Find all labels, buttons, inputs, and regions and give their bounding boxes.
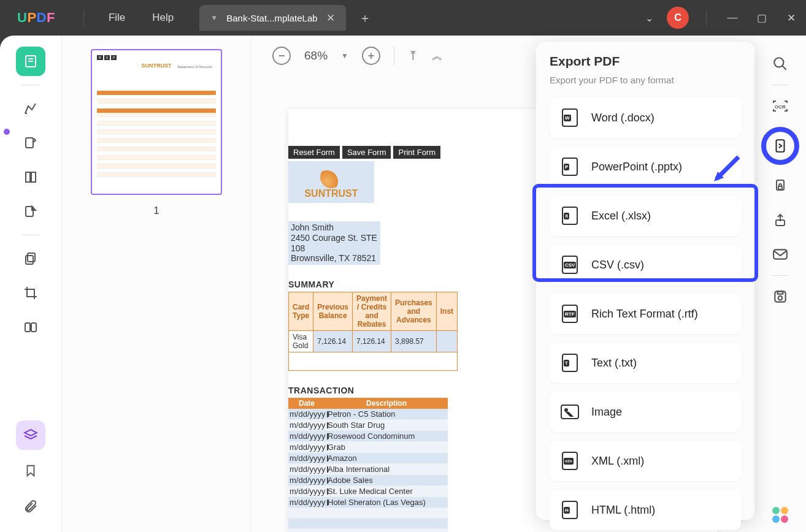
- share-icon[interactable]: [767, 207, 794, 234]
- export-option-label: Word (.docx): [591, 112, 654, 124]
- svg-rect-10: [31, 323, 36, 332]
- transaction-row: m/dd/yyyyAlba International: [288, 464, 448, 475]
- divider: [394, 47, 394, 65]
- export-pdf-icon[interactable]: [761, 127, 799, 165]
- transaction-desc: Hotel Sheraton (Las Vegas): [325, 497, 448, 507]
- transaction-date[interactable]: m/dd/yyyy: [288, 497, 325, 507]
- user-avatar[interactable]: C: [667, 7, 689, 29]
- transaction-desc: Grab: [325, 442, 448, 452]
- summary-header: Card Type: [289, 292, 313, 331]
- tab-close-icon[interactable]: ✕: [326, 12, 335, 25]
- export-option-label: Text (.txt): [591, 357, 637, 370]
- tab-overflow-icon[interactable]: ⌄: [638, 12, 661, 24]
- app-logo: UPDF: [0, 10, 72, 26]
- transaction-date[interactable]: m/dd/yyyy: [288, 442, 325, 452]
- svg-rect-16: [777, 180, 784, 190]
- transaction-date[interactable]: m/dd/yyyy: [288, 409, 325, 419]
- export-option-html[interactable]: HTML (.html): [550, 490, 741, 530]
- maximize-button[interactable]: ▢: [747, 5, 777, 31]
- thumbnails-tool[interactable]: [16, 47, 45, 76]
- svg-point-21: [778, 296, 783, 300]
- compare-tool[interactable]: [16, 313, 45, 342]
- file-icon: [561, 354, 579, 372]
- col-date: Date: [288, 398, 325, 409]
- address-block: John Smith 2450 Courage St. STE 108 Brow…: [288, 221, 380, 265]
- ocr-icon[interactable]: OCR: [767, 93, 794, 120]
- page-thumbnail[interactable]: RSP SUNTRUST Statement of Account: [91, 49, 222, 195]
- export-option-image[interactable]: Image: [550, 392, 741, 432]
- bookmark-tool[interactable]: [16, 456, 45, 485]
- zoom-in-button[interactable]: +: [362, 47, 380, 65]
- divider: [83, 10, 84, 26]
- scroll-top-icon[interactable]: ⤒: [408, 48, 418, 63]
- right-toolbar: OCR: [754, 42, 806, 532]
- save-icon[interactable]: [767, 283, 794, 310]
- thumbnail-page-number: 1: [153, 205, 159, 217]
- svg-rect-3: [26, 138, 33, 148]
- email-icon[interactable]: [767, 241, 794, 268]
- separator: [22, 235, 39, 235]
- minimize-button[interactable]: —: [718, 5, 747, 31]
- transaction-row: m/dd/yyyySouth Star Drug: [288, 420, 448, 431]
- export-panel: Export PDF Export your PDF to any format…: [536, 42, 754, 520]
- window-controls: — ▢ ✕: [718, 5, 806, 31]
- transaction-desc: Adobe Sales: [325, 475, 448, 485]
- summary-header: Purchases and Advances: [391, 292, 437, 331]
- zoom-dropdown-icon[interactable]: ▼: [341, 51, 348, 60]
- transaction-date[interactable]: m/dd/yyyy: [288, 420, 325, 430]
- svg-rect-8: [26, 256, 33, 264]
- export-option-label: Rich Text Format (.rtf): [591, 308, 698, 321]
- transaction-row: m/dd/yyyyRosewood Condominum: [288, 431, 448, 442]
- menu-help[interactable]: Help: [139, 12, 187, 24]
- transaction-desc: Alba International: [325, 464, 448, 474]
- svg-rect-7: [28, 253, 35, 262]
- fill-tool[interactable]: [16, 197, 45, 226]
- zoom-out-button[interactable]: −: [272, 47, 291, 65]
- close-window-button[interactable]: ✕: [777, 5, 806, 31]
- export-option-excel[interactable]: Excel (.xlsx): [550, 196, 741, 236]
- export-option-label: XML (.xml): [591, 455, 644, 468]
- transaction-date[interactable]: m/dd/yyyy: [288, 453, 325, 463]
- summary-header: Previous Balance: [313, 292, 353, 331]
- transaction-row: m/dd/yyyyHotel Sheraton (Las Vegas): [288, 497, 448, 508]
- highlight-tool[interactable]: [16, 94, 45, 123]
- attachment-tool[interactable]: [16, 492, 45, 521]
- print-form-button[interactable]: Print Form: [393, 146, 440, 159]
- tab-dropdown-icon[interactable]: ▼: [210, 13, 218, 22]
- transaction-date[interactable]: m/dd/yyyy: [288, 475, 325, 485]
- export-option-label: Image: [591, 406, 622, 419]
- export-option-csv[interactable]: CSV (.csv): [550, 245, 741, 285]
- summary-header: Payment / Credits and Rebates: [353, 292, 391, 331]
- collapse-up-icon[interactable]: ︽: [432, 48, 443, 63]
- save-form-button[interactable]: Save Form: [342, 146, 391, 159]
- file-icon: [561, 256, 579, 274]
- transaction-date[interactable]: m/dd/yyyy: [288, 464, 325, 474]
- export-option-word[interactable]: Word (.docx): [550, 97, 741, 138]
- copy-pages-tool[interactable]: [16, 244, 45, 273]
- export-option-xml[interactable]: XML (.xml): [550, 441, 741, 481]
- search-icon[interactable]: [767, 50, 794, 77]
- pages-tool[interactable]: [16, 162, 45, 192]
- document-tab[interactable]: ▼ Bank-Stat...mplateLab ✕: [199, 5, 345, 31]
- annotate-tool[interactable]: [16, 128, 45, 158]
- export-option-rich[interactable]: Rich Text Format (.rtf): [550, 294, 741, 334]
- new-tab-button[interactable]: ＋: [355, 10, 375, 26]
- export-option-text[interactable]: Text (.txt): [550, 343, 741, 383]
- zoom-value[interactable]: 68%: [304, 49, 328, 63]
- ai-assistant-icon[interactable]: [767, 501, 794, 528]
- transaction-date[interactable]: m/dd/yyyy: [288, 486, 325, 496]
- export-option-powerpoint[interactable]: PowerPoint (.pptx): [550, 146, 741, 187]
- document-logo: SUNTRUST: [288, 161, 374, 203]
- transaction-date[interactable]: m/dd/yyyy: [288, 431, 325, 441]
- svg-rect-4: [26, 172, 30, 182]
- file-icon: [561, 501, 579, 519]
- layers-tool[interactable]: [16, 420, 45, 450]
- thumbnail-panel: RSP SUNTRUST Statement of Account 1: [61, 36, 251, 532]
- transaction-desc: St. Luke Medical Center: [325, 486, 448, 496]
- protect-icon[interactable]: [767, 172, 794, 199]
- left-toolbar: [0, 36, 61, 532]
- crop-tool[interactable]: [16, 278, 45, 308]
- reset-form-button[interactable]: Reset Form: [288, 146, 340, 159]
- image-icon: [561, 403, 579, 421]
- menu-file[interactable]: File: [95, 12, 139, 24]
